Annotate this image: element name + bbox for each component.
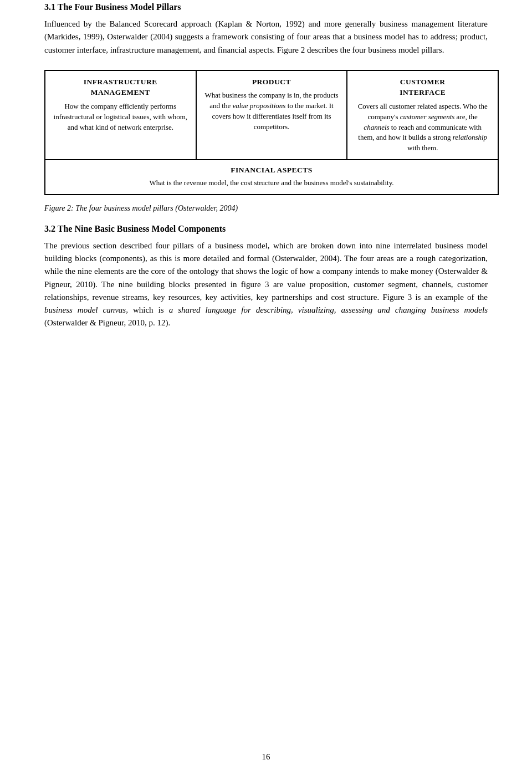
section-31-paragraph: Influenced by the Balanced Scorecard app… (44, 18, 488, 57)
product-header: PRODUCT (204, 77, 339, 88)
figure-cell-customer: CUSTOMERINTERFACE Covers all customer re… (346, 71, 498, 159)
page-number: 16 (262, 752, 270, 762)
figure-2: INFRASTRUCTUREMANAGEMENT How the company… (44, 70, 499, 195)
figure-top-row: INFRASTRUCTUREMANAGEMENT How the company… (45, 71, 498, 160)
product-body: What business the company is in, the pro… (204, 90, 339, 132)
figure-bottom-row: FINANCIAL ASPECTS What is the revenue mo… (45, 160, 498, 194)
section-32-heading: 3.2 The Nine Basic Business Model Compon… (44, 224, 488, 234)
section-31-heading: 3.1 The Four Business Model Pillars (44, 2, 488, 12)
figure-2-caption: Figure 2: The four business model pillar… (44, 204, 488, 213)
financial-body: What is the revenue model, the cost stru… (149, 178, 393, 188)
section-32-paragraph: The previous section described four pill… (44, 239, 488, 330)
figure-cell-product: PRODUCT What business the company is in,… (196, 71, 347, 159)
financial-header: FINANCIAL ASPECTS (231, 166, 313, 175)
figure-cell-infrastructure: INFRASTRUCTUREMANAGEMENT How the company… (45, 71, 196, 159)
infrastructure-body: How the company efficiently performs inf… (53, 101, 188, 133)
customer-header: CUSTOMERINTERFACE (355, 77, 490, 98)
infrastructure-header: INFRASTRUCTUREMANAGEMENT (53, 77, 188, 98)
customer-body: Covers all customer related aspects. Who… (355, 101, 490, 154)
